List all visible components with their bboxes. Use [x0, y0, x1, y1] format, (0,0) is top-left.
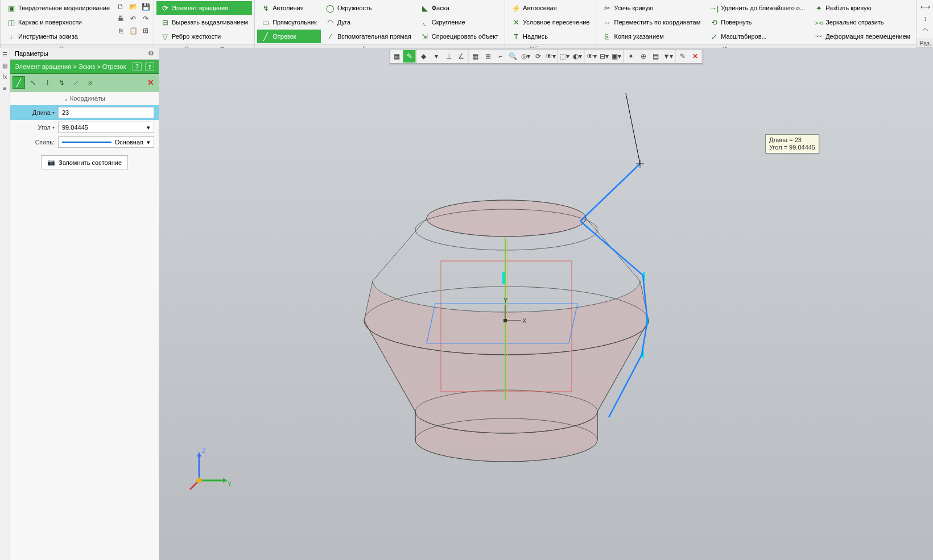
btn-move[interactable]: ↔Переместить по координатам: [598, 15, 704, 29]
btn-solid-modeling[interactable]: ▣Твердотельное моделирование: [3, 1, 114, 15]
close-icon[interactable]: ✕: [145, 78, 156, 87]
dim3-icon[interactable]: ◠: [919, 25, 931, 36]
btn-trim[interactable]: ✂Усечь кривую: [598, 1, 704, 15]
dim-icon[interactable]: ⟷: [919, 1, 931, 13]
btn-autoline[interactable]: ↯Автолиния: [257, 1, 321, 15]
section-coords[interactable]: Координаты: [10, 92, 159, 105]
btn-remember-state[interactable]: 📷 Запомнить состояние: [41, 155, 128, 169]
mode-4-icon[interactable]: ↯: [55, 76, 68, 89]
group-notation: ⚡Автоосевая ✕Условное пересечение TНадпи…: [505, 0, 596, 47]
chevron-down-icon[interactable]: ▾: [52, 110, 55, 115]
btn-extend[interactable]: →|Удлинить до ближайшего о...: [705, 1, 809, 15]
save-icon[interactable]: 💾: [140, 1, 151, 13]
rail-props-icon[interactable]: ▤: [1, 61, 9, 69]
tools-icon: ⟂: [7, 32, 16, 41]
chevron-down-icon[interactable]: ▾: [147, 139, 150, 146]
lbl: Спроецировать объект: [432, 33, 498, 40]
rail-tree-icon[interactable]: ☰: [1, 50, 9, 58]
breadcrumb: Элемент вращения > Эскиз > Отрезок ? ⇪: [10, 60, 159, 74]
cube-icon: ▣: [7, 3, 16, 13]
model-canvas[interactable]: X Y: [159, 48, 933, 560]
mode-2-icon[interactable]: ⤡: [27, 76, 39, 89]
lbl: Удлинить до ближайшего о...: [721, 5, 805, 11]
btn-copy[interactable]: ⎘Копия указанием: [598, 30, 704, 43]
btn-deform[interactable]: 〰Деформация перемещением: [810, 30, 914, 43]
btn-aux-line[interactable]: ⁄Вспомогательная прямая: [322, 30, 415, 43]
style-line-sample: [62, 142, 112, 143]
bc-3[interactable]: Отрезок: [102, 63, 126, 70]
lbl: Автолиния: [273, 5, 303, 11]
btn-rib[interactable]: ▽Ребро жесткости: [156, 30, 252, 43]
mirror-icon: ▹◃: [814, 18, 823, 27]
btn-split[interactable]: ✦Разбить кривую: [810, 1, 914, 15]
btn-conditional-intersect[interactable]: ✕Условное пересечение: [507, 15, 593, 29]
lbl: Твердотельное моделирование: [18, 5, 110, 11]
new-icon[interactable]: 🗋: [115, 1, 126, 13]
input-angle[interactable]: 99.04445▾: [58, 122, 154, 133]
btn-cut-extrude[interactable]: ⊟Вырезать выдавливанием: [156, 15, 252, 29]
lbl: Скругление: [432, 19, 465, 26]
btn-project[interactable]: ⇲Спроецировать объект: [416, 30, 502, 43]
axis-gizmo[interactable]: Z Y: [182, 446, 233, 497]
props-icon[interactable]: ⊞: [140, 25, 151, 36]
btn-arc[interactable]: ◠Дуга: [322, 15, 415, 29]
lbl: Надпись: [523, 33, 548, 40]
bc-2[interactable]: Эскиз: [79, 63, 95, 70]
input-length[interactable]: [58, 107, 154, 118]
angle-value: 99.04445: [62, 124, 88, 131]
lbl: Прямоугольник: [273, 19, 317, 26]
rail-fx-icon[interactable]: fx: [1, 73, 9, 81]
mode-perp-icon[interactable]: ⊥: [41, 76, 53, 89]
gizmo-y: Y: [228, 480, 232, 487]
axis-icon: ⚡: [511, 3, 521, 13]
lbl: Отрезок: [273, 33, 296, 40]
svg-point-25: [196, 478, 202, 483]
lbl: Автоосевая: [523, 5, 557, 11]
chevron-down-icon[interactable]: ▾: [52, 125, 55, 130]
btn-fillet[interactable]: ◟Скругление: [416, 15, 502, 29]
btn-rotation-element[interactable]: ⟳Элемент вращения: [156, 1, 252, 15]
row-angle: Угол▾ 99.04445▾: [10, 120, 159, 135]
btn-sketch-tools[interactable]: ⟂Инструменты эскиза: [3, 30, 114, 43]
tool-mode-row: ╱ ⤡ ⊥ ↯ ⟋ ⨳ ✕: [10, 74, 159, 92]
open-icon[interactable]: 📂: [127, 1, 139, 13]
bc-1[interactable]: Элемент вращения: [15, 63, 71, 70]
dim2-icon[interactable]: ↕: [919, 13, 931, 24]
gizmo-z: Z: [202, 447, 206, 454]
copy2-icon: ⎘: [602, 32, 612, 41]
copy-icon[interactable]: ⎘: [115, 25, 126, 36]
combo-style[interactable]: Основная ▾: [58, 136, 154, 148]
help-icon[interactable]: ?: [133, 62, 142, 71]
btn-text[interactable]: TНадпись: [507, 30, 593, 43]
lbl: Деформация перемещением: [825, 33, 910, 40]
lbl: Переместить по координатам: [614, 19, 700, 26]
viewport[interactable]: ▦ ✎ ◆ ▾ ⊥ ∠ ▦ ⊞ ⌐ 🔍 ◎▾ ⟳ 👁▾ ⬚▾ ◐▾: [159, 48, 933, 560]
redo-icon[interactable]: ↷: [140, 13, 151, 24]
paste-icon[interactable]: 📋: [127, 25, 139, 36]
undo-icon[interactable]: ↶: [127, 13, 139, 24]
svg-point-0: [427, 200, 586, 237]
btn-rotate[interactable]: ⟲Повернуть: [705, 15, 809, 29]
lbl: Фаска: [432, 5, 449, 11]
btn-wireframe[interactable]: ◫Каркас и поверхности: [3, 15, 114, 29]
print-icon[interactable]: 🖶: [115, 13, 126, 24]
btn-chamfer[interactable]: ◣Фаска: [416, 1, 502, 15]
mode-6-icon[interactable]: ⨳: [84, 76, 96, 89]
group-edit: ✂Усечь кривую ↔Переместить по координата…: [596, 0, 917, 47]
pin-icon[interactable]: ⇪: [145, 62, 154, 71]
rotate-icon: ⟲: [709, 18, 719, 27]
chevron-down-icon[interactable]: ▾: [147, 124, 150, 131]
mode-5-icon[interactable]: ⟋: [69, 76, 82, 89]
rail-menu-icon[interactable]: ≡: [1, 84, 9, 92]
btn-rectangle[interactable]: ▭Прямоугольник: [257, 15, 321, 29]
btn-autoaxis[interactable]: ⚡Автоосевая: [507, 1, 593, 15]
btn-mirror[interactable]: ▹◃Зеркально отразить: [810, 15, 914, 29]
btn-circle[interactable]: ◯Окружность: [322, 1, 415, 15]
mode-segment-icon[interactable]: ╱: [13, 76, 25, 89]
svg-marker-21: [197, 452, 201, 457]
btn-segment[interactable]: ╱Отрезок: [257, 30, 321, 43]
btn-scale[interactable]: ⤢Масштабиров...: [705, 30, 809, 43]
gear-icon[interactable]: ⚙: [148, 49, 154, 57]
intersect-icon: ✕: [511, 18, 521, 27]
split-icon: ✦: [814, 3, 823, 13]
